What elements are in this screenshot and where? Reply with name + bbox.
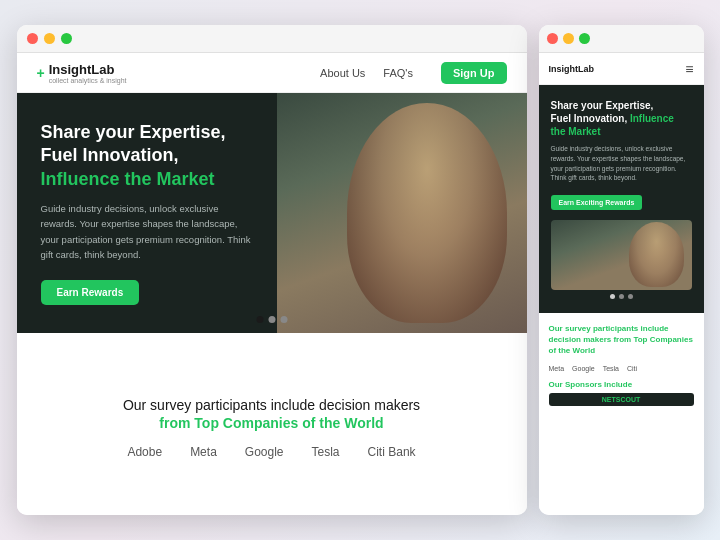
nav-link-faq[interactable]: FAQ's [383, 67, 413, 79]
nav-logo-text: InsightLab [49, 62, 127, 77]
mobile-hero-title-accent: Influence [630, 113, 674, 124]
mobile-dot-yellow[interactable] [563, 33, 574, 44]
mobile-hero-cta-button[interactable]: Earn Exciting Rewards [551, 195, 643, 210]
hero-title-accent: Influence the Market [41, 169, 215, 189]
mobile-window: InsightLab ≡ Share your Expertise,Fuel I… [539, 25, 704, 515]
company-logos: Adobe Meta Google Tesla Citi Bank [127, 445, 415, 459]
mobile-sponsors-accent: Sponsors Include [565, 380, 632, 389]
hero-dots [256, 316, 287, 323]
nav-logo-icon: + [37, 65, 45, 81]
mobile-company-logos: Meta Google Tesla Citi [549, 365, 694, 372]
survey-title-prefix: from [159, 415, 194, 431]
hero-description: Guide industry decisions, unlock exclusi… [41, 201, 253, 262]
company-citibank: Citi Bank [368, 445, 416, 459]
mobile-nav-logo: InsightLab [549, 64, 595, 74]
desktop-content: + InsightLab collect analytics & insight… [17, 53, 527, 515]
company-google: Google [245, 445, 284, 459]
desktop-below-hero: Our survey participants include decision… [17, 333, 527, 515]
mobile-hero-description: Guide industry decisions, unlock exclusi… [551, 144, 692, 183]
mobile-content: InsightLab ≡ Share your Expertise,Fuel I… [539, 53, 704, 515]
mobile-dot-green[interactable] [579, 33, 590, 44]
mobile-titlebar [539, 25, 704, 53]
nav-logo-sub: collect analytics & insight [49, 77, 127, 84]
hero-dot-3[interactable] [280, 316, 287, 323]
hero-title-text1: Share your Expertise, Fuel Innovation, [41, 122, 226, 165]
mobile-hero-title-accent2: the Market [551, 126, 601, 137]
hero-text-area: Share your Expertise, Fuel Innovation, I… [17, 93, 277, 333]
desktop-nav: + InsightLab collect analytics & insight… [17, 53, 527, 93]
mobile-dot-1[interactable] [610, 294, 615, 299]
hero-title: Share your Expertise, Fuel Innovation, I… [41, 121, 253, 191]
mobile-company-meta: Meta [549, 365, 565, 372]
mobile-sponsors-label: Our Sponsors Include [549, 380, 694, 389]
mobile-hero-dots [551, 294, 692, 299]
nav-logo[interactable]: + InsightLab collect analytics & insight [37, 62, 127, 84]
titlebar-dot-green[interactable] [61, 33, 72, 44]
hero-photo-person [347, 103, 507, 323]
mobile-hero-image [551, 220, 692, 290]
desktop-hero: Share your Expertise, Fuel Innovation, I… [17, 93, 527, 333]
company-meta: Meta [190, 445, 217, 459]
survey-title-line2: from Top Companies of the World [159, 415, 383, 431]
mobile-hero-title: Share your Expertise,Fuel Innovation, In… [551, 99, 692, 138]
mobile-company-tesla: Tesla [603, 365, 619, 372]
nav-link-about[interactable]: About Us [320, 67, 365, 79]
mobile-hamburger-icon[interactable]: ≡ [685, 61, 693, 77]
company-tesla: Tesla [312, 445, 340, 459]
mobile-dot-red[interactable] [547, 33, 558, 44]
company-adobe: Adobe [127, 445, 162, 459]
mobile-below-hero: Our survey participants include decision… [539, 313, 704, 515]
mobile-hero: Share your Expertise,Fuel Innovation, In… [539, 85, 704, 313]
titlebar-dot-yellow[interactable] [44, 33, 55, 44]
mobile-company-citi: Citi [627, 365, 637, 372]
hero-image [277, 93, 527, 333]
nav-links: About Us FAQ's Sign Up [320, 62, 506, 84]
mobile-dot-3[interactable] [628, 294, 633, 299]
mobile-hero-person [629, 222, 684, 287]
survey-title-line1: Our survey participants include decision… [123, 397, 420, 413]
mobile-company-google: Google [572, 365, 595, 372]
titlebar-dot-red[interactable] [27, 33, 38, 44]
desktop-titlebar [17, 25, 527, 53]
desktop-window: + InsightLab collect analytics & insight… [17, 25, 527, 515]
survey-title-accent: Top Companies of the World [194, 415, 383, 431]
hero-dot-1[interactable] [256, 316, 263, 323]
hero-dot-2[interactable] [268, 316, 275, 323]
nav-signup-button[interactable]: Sign Up [441, 62, 507, 84]
mobile-sponsor-button[interactable]: NETSCOUT [549, 393, 694, 406]
mobile-nav: InsightLab ≡ [539, 53, 704, 85]
mobile-survey-text: Our survey participants include decision… [549, 323, 694, 357]
hero-cta-button[interactable]: Earn Rewards [41, 280, 140, 305]
mobile-sponsors-prefix: Our [549, 380, 565, 389]
mobile-dot-2[interactable] [619, 294, 624, 299]
